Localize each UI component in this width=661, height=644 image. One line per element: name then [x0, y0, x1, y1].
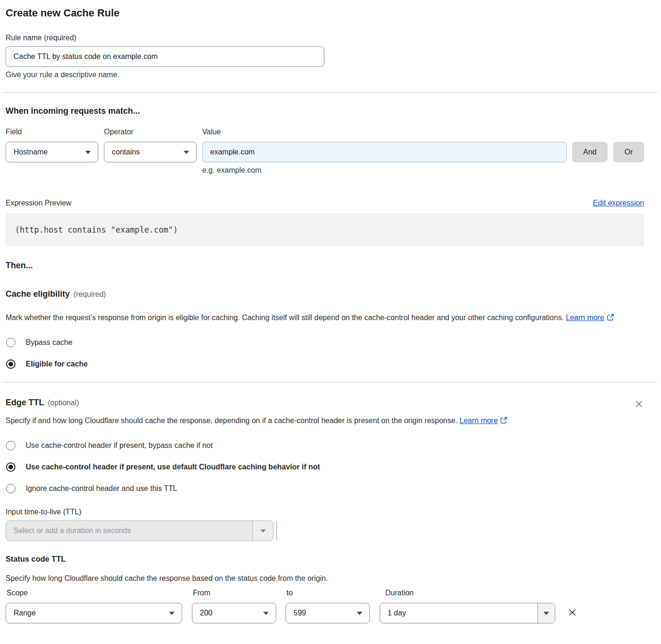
and-button[interactable]: And	[572, 142, 608, 162]
rule-name-help: Give your rule a descriptive name.	[6, 71, 644, 79]
cache-eligibility-options: Bypass cache Eligible for cache	[6, 338, 644, 369]
cache-eligibility-heading: Cache eligibility (required)	[6, 289, 644, 299]
expression-preview-row: Expression Preview Edit expression	[6, 199, 644, 207]
match-heading: When incoming requests match...	[6, 105, 644, 117]
scope-select-value: Range	[14, 609, 36, 617]
operator-select-value: contains	[112, 148, 140, 156]
match-column-labels: Field Operator Value	[6, 128, 644, 136]
close-icon	[567, 607, 577, 617]
rule-name-label: Rule name (required)	[6, 34, 644, 42]
close-edge-ttl-button[interactable]	[634, 399, 644, 410]
ttl-input-label: Input time-to-live (TTL)	[6, 508, 644, 516]
rule-name-input[interactable]	[6, 46, 324, 67]
remove-status-code-rule-button[interactable]	[566, 607, 578, 620]
to-select[interactable]: 599	[286, 603, 370, 623]
expression-preview-code: (http.host contains "example.com")	[6, 213, 644, 247]
operator-select[interactable]: contains	[104, 142, 197, 162]
radio-option-label: Use cache-control header if present, use…	[26, 463, 320, 471]
ttl-select-arrow[interactable]	[252, 521, 273, 541]
required-badge: (required)	[73, 290, 106, 299]
status-code-ttl-heading: Status code TTL	[6, 555, 644, 564]
status-code-ttl-description: Specify how long Cloudflare should cache…	[6, 574, 644, 583]
radio-button-selected[interactable]	[6, 359, 15, 369]
text-cursor	[276, 521, 277, 541]
create-cache-rule-form: Create new Cache Rule Rule name (require…	[0, 0, 661, 623]
external-link-icon	[607, 314, 614, 321]
chevron-down-icon	[263, 612, 269, 615]
chevron-down-icon	[357, 612, 362, 615]
from-select-value: 200	[200, 609, 213, 617]
field-select[interactable]: Hostname	[6, 142, 98, 162]
radio-option-label: Eligible for cache	[26, 360, 88, 368]
from-label: From	[192, 589, 276, 597]
chevron-down-icon	[184, 151, 189, 154]
edit-expression-link[interactable]: Edit expression	[593, 199, 644, 207]
match-controls: Hostname contains And Or	[6, 142, 644, 162]
radio-option-label: Ignore cache-control header and use this…	[26, 484, 177, 493]
status-code-column-labels: Scope From to Duration	[6, 589, 644, 597]
edge-ttl-header: Edge TTL (optional)	[6, 398, 644, 410]
page-title: Create new Cache Rule	[6, 7, 644, 20]
ttl-duration-select[interactable]: Select or add a duration in seconds	[6, 520, 273, 541]
external-link-icon	[500, 417, 507, 424]
cache-eligibility-title: Cache eligibility	[6, 289, 70, 299]
scope-select[interactable]: Range	[6, 603, 182, 623]
ttl-input-row: Select or add a duration in seconds	[6, 520, 644, 541]
scope-label: Scope	[6, 589, 182, 597]
duration-combobox[interactable]: 1 day	[380, 603, 555, 623]
status-code-controls: Range 200 599 1 day	[6, 603, 644, 623]
value-help: e.g. example.com	[202, 166, 644, 175]
chevron-down-icon	[543, 612, 549, 615]
learn-more-link[interactable]: Learn more	[566, 314, 614, 322]
radio-option-cc-default[interactable]: Use cache-control header if present, use…	[6, 462, 644, 472]
or-button[interactable]: Or	[613, 142, 644, 162]
chevron-down-icon	[169, 612, 175, 615]
edge-ttl-heading: Edge TTL (optional)	[6, 398, 79, 408]
from-select[interactable]: 200	[192, 603, 276, 623]
to-label: to	[286, 589, 370, 597]
close-icon	[635, 400, 643, 408]
duration-dropdown-button[interactable]	[537, 603, 555, 623]
optional-badge: (optional)	[48, 399, 79, 407]
divider	[3, 92, 657, 93]
edge-ttl-options: Use cache-control header if present, byp…	[6, 441, 644, 493]
expression-preview-label: Expression Preview	[6, 199, 72, 207]
chevron-down-icon	[85, 151, 91, 154]
edge-ttl-title: Edge TTL	[6, 398, 44, 408]
radio-option-bypass-cache[interactable]: Bypass cache	[6, 338, 644, 347]
operator-label: Operator	[104, 128, 197, 136]
duration-label: Duration	[380, 589, 555, 597]
radio-option-label: Bypass cache	[26, 338, 73, 347]
ttl-select-placeholder: Select or add a duration in seconds	[6, 521, 252, 541]
learn-more-link[interactable]: Learn more	[460, 417, 508, 424]
radio-option-label: Use cache-control header if present, byp…	[26, 441, 213, 450]
duration-value: 1 day	[380, 603, 537, 623]
radio-button[interactable]	[6, 484, 15, 493]
radio-button-selected[interactable]	[6, 462, 15, 472]
value-input[interactable]	[202, 142, 567, 162]
chevron-down-icon	[260, 529, 266, 533]
field-select-value: Hostname	[14, 148, 48, 156]
to-select-value: 599	[294, 609, 306, 617]
cache-eligibility-description: Mark whether the request’s response from…	[6, 311, 635, 324]
value-label: Value	[202, 128, 644, 136]
edge-ttl-description: Specify if and how long Cloudflare shoul…	[6, 414, 635, 427]
radio-option-eligible-for-cache[interactable]: Eligible for cache	[6, 359, 644, 369]
field-label: Field	[6, 128, 98, 136]
radio-option-cc-bypass[interactable]: Use cache-control header if present, byp…	[6, 441, 644, 450]
radio-button[interactable]	[6, 441, 15, 450]
radio-option-ignore-cc[interactable]: Ignore cache-control header and use this…	[6, 484, 644, 493]
radio-button[interactable]	[6, 338, 15, 347]
then-heading: Then...	[6, 261, 644, 271]
divider	[3, 382, 657, 382]
